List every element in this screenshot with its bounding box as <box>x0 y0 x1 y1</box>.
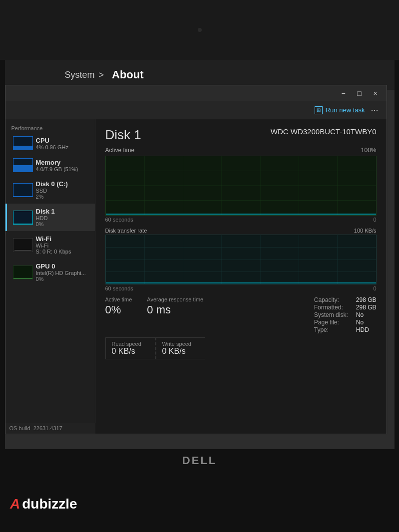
read-speed-value: 0 KB/s <box>112 347 149 356</box>
top-bezel <box>0 0 399 60</box>
memory-label: Memory <box>36 159 78 166</box>
write-speed-box: Write speed 0 KB/s <box>155 337 205 359</box>
disk-info-panel: Capacity: 298 GB Formatted: 298 GB Syste… <box>314 296 377 333</box>
active-time-label: Active time <box>105 147 135 154</box>
disk1-sub: HDD <box>36 215 55 221</box>
task-manager-window: − □ × ⊞ Run new task ··· Performance <box>5 85 387 434</box>
active-time-stat-value: 0% <box>105 303 132 316</box>
wifi-value: S: 0 R: 0 Kbps <box>36 249 71 255</box>
sidebar-item-gpu[interactable]: GPU 0 Intel(R) HD Graphi... 0% <box>5 259 95 286</box>
sidebar: Performance CPU 4% 0.96 GHz <box>5 119 95 434</box>
disk1-value: 0% <box>36 221 55 227</box>
disk0-value: 2% <box>36 194 68 200</box>
os-build-label: OS build <box>9 425 30 431</box>
bottom-stats: Active time 0% Average response time 0 m… <box>95 292 387 337</box>
active-time-stat-label: Active time <box>105 296 132 302</box>
system-disk-label: System disk: <box>314 311 348 318</box>
disk-model: WDC WD3200BUCT-10TWBY0 <box>271 127 377 136</box>
run-new-task-button[interactable]: ⊞ Run new task <box>315 106 365 114</box>
avg-response-value: 0 ms <box>147 303 203 316</box>
disk0-sub: SSD <box>36 188 68 194</box>
formatted-label: Formatted: <box>314 304 348 311</box>
dubizzle-letter: A <box>10 496 20 512</box>
sidebar-section-label: Performance <box>5 123 95 132</box>
title-bar: − □ × <box>5 85 387 101</box>
page-file-value: No <box>356 319 377 326</box>
transfer-rate-chart <box>105 235 377 284</box>
avg-response-stat: Average response time 0 ms <box>147 296 203 333</box>
sidebar-item-disk0[interactable]: Disk 0 (C:) SSD 2% <box>5 176 95 204</box>
active-time-pct: 100% <box>361 147 377 154</box>
breadcrumb-separator: > <box>99 70 104 80</box>
dell-logo: DELL <box>182 454 217 467</box>
disk-detail-panel: Disk 1 WDC WD3200BUCT-10TWBY0 Active tim… <box>95 119 387 434</box>
run-new-task-label: Run new task <box>326 106 365 114</box>
left-stats: Active time 0% Average response time 0 m… <box>105 296 204 333</box>
graph2-time-right: 0 <box>373 285 376 291</box>
transfer-rate-label: Disk transfer rate <box>105 228 147 234</box>
os-build-value: 22631.4317 <box>33 425 62 431</box>
active-time-row: Active time 100% <box>95 147 387 156</box>
screen: System > About − □ × ⊞ Run new task ··· <box>5 60 395 449</box>
read-speed-label: Read speed <box>112 341 149 347</box>
disk1-label: Disk 1 <box>36 208 55 215</box>
sidebar-item-memory[interactable]: Memory 4.0/7.9 GB (51%) <box>5 154 95 176</box>
minimize-button[interactable]: − <box>337 88 351 98</box>
cpu-label: CPU <box>36 137 68 144</box>
run-task-icon: ⊞ <box>315 106 323 114</box>
graph2-time-left: 60 seconds <box>105 285 133 291</box>
chart-svg-1 <box>106 156 376 215</box>
sidebar-item-cpu[interactable]: CPU 4% 0.96 GHz <box>5 132 95 154</box>
active-time-chart <box>105 156 377 216</box>
gpu-label: GPU 0 <box>36 263 86 270</box>
laptop-bezel: System > About − □ × ⊞ Run new task ··· <box>0 0 399 532</box>
write-speed-value: 0 KB/s <box>162 347 199 356</box>
disk-header: Disk 1 WDC WD3200BUCT-10TWBY0 <box>95 119 387 147</box>
bottom-bezel: DELL <box>0 449 399 532</box>
type-label: Type: <box>314 326 348 333</box>
system-disk-value: No <box>356 311 377 318</box>
capacity-value: 298 GB <box>356 296 377 303</box>
page-file-label: Page file: <box>314 319 348 326</box>
formatted-value: 298 GB <box>356 304 377 311</box>
wifi-label: Wi-Fi <box>36 235 71 243</box>
transfer-label-row: Disk transfer rate 100 KB/s <box>105 228 377 234</box>
disk0-label: Disk 0 (C:) <box>36 180 68 188</box>
transfer-rate-right: 100 KB/s <box>354 228 377 234</box>
os-build-bar: OS build 22631.4317 <box>5 423 95 434</box>
write-speed-label: Write speed <box>162 341 199 347</box>
avg-response-label: Average response time <box>147 296 203 302</box>
cpu-value: 4% 0.96 GHz <box>36 144 68 150</box>
graph2-time-labels: 60 seconds 0 <box>95 284 387 292</box>
chart-svg-2 <box>106 235 376 284</box>
dubizzle-text: dubizzle <box>22 496 77 512</box>
close-button[interactable]: × <box>369 88 383 98</box>
graph1-time-right: 0 <box>373 217 376 223</box>
camera <box>198 28 202 32</box>
active-time-stat: Active time 0% <box>105 296 132 333</box>
dubizzle-watermark: A dubizzle <box>10 496 77 512</box>
memory-value: 4.0/7.9 GB (51%) <box>36 166 78 172</box>
menu-bar: ⊞ Run new task ··· <box>5 101 387 119</box>
disk-title: Disk 1 <box>105 127 141 143</box>
maximize-button[interactable]: □ <box>353 88 367 98</box>
task-manager-body: Performance CPU 4% 0.96 GHz <box>5 119 387 434</box>
gpu-sub: Intel(R) HD Graphi... <box>36 270 86 276</box>
type-value: HDD <box>356 326 377 333</box>
breadcrumb-about: About <box>112 68 144 81</box>
speed-boxes: Read speed 0 KB/s Write speed 0 KB/s <box>105 337 377 359</box>
breadcrumb-system: System <box>65 70 95 80</box>
transfer-rate-section: Disk transfer rate 100 KB/s <box>105 228 377 284</box>
more-options-button[interactable]: ··· <box>371 105 378 115</box>
read-speed-box: Read speed 0 KB/s <box>105 337 155 359</box>
graph1-time-labels: 60 seconds 0 <box>95 216 387 224</box>
sidebar-item-wifi[interactable]: Wi-Fi Wi-Fi S: 0 R: 0 Kbps <box>5 231 95 259</box>
capacity-label: Capacity: <box>314 296 348 303</box>
wifi-sub: Wi-Fi <box>36 243 71 249</box>
gpu-value: 0% <box>36 276 86 282</box>
sidebar-item-disk1[interactable]: Disk 1 HDD 0% <box>5 204 95 231</box>
graph1-time-left: 60 seconds <box>105 217 133 223</box>
